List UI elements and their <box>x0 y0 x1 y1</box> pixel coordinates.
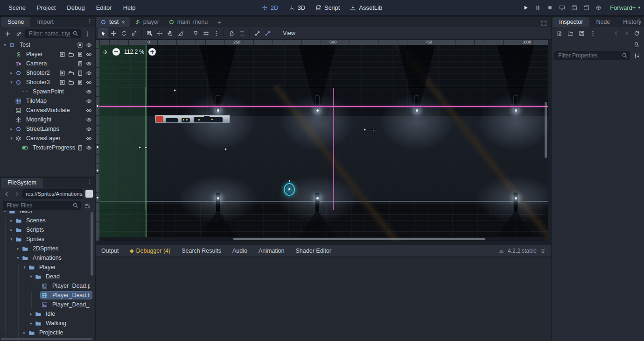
bottom-tab-search-results[interactable]: Search Results <box>176 246 227 256</box>
object-history-button[interactable] <box>632 28 641 38</box>
workspace-2d-button[interactable]: 2D <box>262 4 279 11</box>
expander-open[interactable]: ▾ <box>8 80 14 85</box>
file-tree-row[interactable]: ▾Dead <box>0 272 95 281</box>
bottom-tab-output[interactable]: Output <box>96 246 125 256</box>
scene-tree-row[interactable]: TextureProgressBar <box>0 143 95 152</box>
menu-scene[interactable]: Scene <box>4 3 30 13</box>
property-filter-input[interactable] <box>554 51 630 60</box>
dots-icon[interactable] <box>87 18 93 24</box>
view-menu[interactable]: View <box>278 30 300 36</box>
file-tree-row[interactable]: Player_Dead_n.png <box>0 300 95 309</box>
pan-tool-button[interactable] <box>165 28 175 38</box>
add-node-button[interactable] <box>3 29 12 38</box>
resource-extra-options-button[interactable] <box>588 28 597 38</box>
file-tree-row[interactable]: ▸Scenes <box>0 216 95 225</box>
bottom-tab-debugger-4-[interactable]: Debugger (4) <box>125 246 176 256</box>
nav-forward-button[interactable] <box>12 189 21 199</box>
script-icon[interactable] <box>77 61 83 67</box>
skeleton-options-button[interactable] <box>252 28 262 38</box>
expander-closed[interactable]: ▸ <box>8 218 14 223</box>
scene-extra-options-button[interactable] <box>83 29 92 38</box>
expander-open[interactable]: ▾ <box>8 136 14 141</box>
scene-tree-row[interactable]: Player <box>0 50 95 59</box>
nav-back-button[interactable] <box>2 189 11 199</box>
snap-options-menu-button[interactable] <box>211 28 221 38</box>
pivot-tool-button[interactable] <box>155 28 164 38</box>
script-icon[interactable] <box>77 70 83 76</box>
expander-open[interactable]: ▾ <box>2 211 8 213</box>
script-icon[interactable] <box>77 51 83 57</box>
script-icon[interactable] <box>77 79 83 85</box>
expander-closed[interactable]: ▸ <box>15 246 21 251</box>
workspace-script-button[interactable]: Script <box>315 4 340 11</box>
workspace-assetlib-button[interactable]: AssetLib <box>350 4 382 11</box>
play-button[interactable] <box>520 2 531 13</box>
eye-icon[interactable] <box>86 79 92 85</box>
select-tool-button[interactable] <box>98 28 108 38</box>
workspace-3d-button[interactable]: 3D <box>288 4 305 11</box>
tab-scene[interactable]: Scene <box>1 17 30 27</box>
remote-debug-button[interactable] <box>557 2 567 13</box>
stop-button[interactable] <box>545 2 555 13</box>
canvas-scrollbar-vertical[interactable] <box>545 102 547 158</box>
scene-tab-test[interactable]: test× <box>96 17 130 27</box>
expander-closed[interactable]: ▸ <box>28 312 34 316</box>
open-docs-button[interactable] <box>632 40 641 49</box>
scene-tree-row[interactable]: ▸StreetLamps <box>0 124 95 134</box>
filesystem-scrollbar-vertical[interactable] <box>91 212 93 276</box>
close-icon[interactable]: × <box>121 19 125 25</box>
scene-tree-row[interactable]: ▾CanvasLayer <box>0 134 95 143</box>
new-scene-tab-button[interactable]: + <box>212 18 226 27</box>
file-tree-row[interactable]: Player_Dead.png <box>0 281 95 291</box>
bottom-tab-audio[interactable]: Audio <box>227 246 253 256</box>
group-icon[interactable] <box>59 79 65 85</box>
file-tree-row[interactable]: ▾Animations <box>0 253 95 263</box>
scale-tool-button[interactable] <box>129 28 139 38</box>
menu-project[interactable]: Project <box>32 3 60 13</box>
eye-icon[interactable] <box>86 70 92 76</box>
instance-scene-button[interactable] <box>14 29 23 38</box>
canvas-scrollbar-horizontal[interactable] <box>233 238 485 240</box>
menu-debug[interactable]: Debug <box>62 3 89 13</box>
play-custom-scene-button[interactable] <box>581 2 591 13</box>
edit-back-button[interactable] <box>611 28 621 38</box>
expander-open[interactable]: ▾ <box>8 237 14 242</box>
renderer-selector[interactable]: Forward+▾ <box>610 4 640 11</box>
expander-open[interactable]: ▾ <box>2 43 8 47</box>
expander-open[interactable]: ▾ <box>28 274 34 279</box>
scene-tree-row[interactable]: Camera <box>0 59 95 68</box>
file-sort-button[interactable] <box>83 201 92 210</box>
file-tree-row[interactable]: ▾Sprites <box>0 234 95 244</box>
file-tree-row[interactable]: Player_Dead.tres <box>0 291 95 300</box>
skeleton-ik-button[interactable] <box>263 28 272 38</box>
eye-icon[interactable] <box>86 61 92 67</box>
pause-button[interactable] <box>532 2 543 13</box>
zoom-out-button[interactable]: − <box>112 48 120 56</box>
scene-tree-row[interactable]: TileMap <box>0 96 95 106</box>
bottom-tab-shader-editor[interactable]: Shader Editor <box>290 246 337 256</box>
new-resource-button[interactable] <box>554 28 564 38</box>
filesystem-scrollbar-horizontal[interactable] <box>1 338 92 340</box>
file-tree-row[interactable]: ▸Idle <box>0 309 95 319</box>
file-tree-row[interactable]: ▸Scripts <box>0 225 95 234</box>
expander-closed[interactable]: ▸ <box>8 227 14 232</box>
scene-tree-row[interactable]: ▸Shooter2 <box>0 68 95 78</box>
tab-import[interactable]: Import <box>30 17 60 27</box>
toggle-split-mode-button[interactable] <box>85 190 93 198</box>
file-filter-input[interactable] <box>3 201 81 210</box>
expander-closed[interactable]: ▸ <box>8 127 14 131</box>
rotate-tool-button[interactable] <box>119 28 128 38</box>
movie-icon[interactable] <box>68 70 74 76</box>
distraction-free-icon[interactable] <box>541 20 547 26</box>
eye-icon[interactable] <box>86 98 92 104</box>
expander-closed[interactable]: ▸ <box>28 321 34 326</box>
file-tree-row[interactable]: ▸Walking <box>0 319 95 328</box>
group-icon[interactable] <box>59 51 65 57</box>
bottom-tab-animation[interactable]: Animation <box>253 246 290 256</box>
2d-viewport-canvas[interactable]: −112.2 %+ <box>99 45 548 241</box>
expander-open[interactable]: ▾ <box>21 265 28 270</box>
edit-forward-button[interactable] <box>622 28 631 38</box>
scene-tab-player[interactable]: player <box>130 17 164 27</box>
dots-icon[interactable] <box>636 18 642 24</box>
move-tool-button[interactable] <box>109 28 118 38</box>
